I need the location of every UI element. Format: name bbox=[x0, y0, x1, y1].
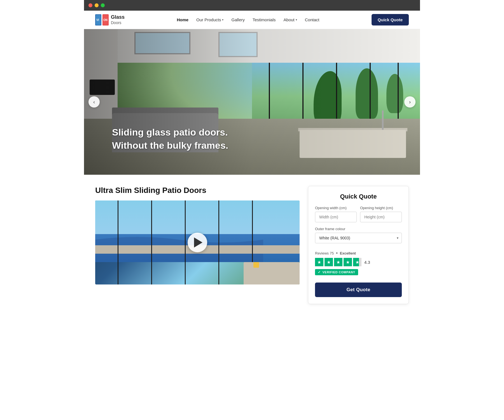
trustpilot-reviews-count: Reviews 75 bbox=[315, 251, 334, 255]
nav-item-products[interactable]: Our Products ▾ bbox=[196, 17, 223, 22]
logo[interactable]: VI ON Glass Doors bbox=[95, 14, 125, 25]
nav-item-gallery[interactable]: Gallery bbox=[231, 17, 245, 22]
nav-item-testimonials[interactable]: Testimonials bbox=[253, 17, 276, 22]
play-icon bbox=[194, 237, 202, 248]
nav-link-products[interactable]: Our Products bbox=[196, 17, 221, 22]
hero-section: Sliding glass patio doors. Without the b… bbox=[84, 29, 420, 175]
trustpilot-star-3: ★ bbox=[334, 258, 342, 266]
nav-link-testimonials[interactable]: Testimonials bbox=[253, 17, 276, 22]
nav-item-home[interactable]: Home bbox=[177, 17, 188, 22]
height-group: Opening height (cm) bbox=[360, 206, 402, 222]
trustpilot-star-2: ★ bbox=[325, 258, 333, 266]
hero-headline-line1: Sliding glass patio doors. bbox=[112, 127, 228, 137]
hero-overlay bbox=[84, 29, 420, 175]
hero-headline-line2: Without the bulky frames. bbox=[112, 140, 228, 151]
nav-link-home[interactable]: Home bbox=[177, 17, 188, 22]
trustpilot-dot: • bbox=[336, 251, 338, 256]
nav-link-about[interactable]: About bbox=[284, 17, 295, 22]
brand-sub: Doors bbox=[111, 20, 125, 25]
colour-select[interactable]: White (RAL 9003) Black (RAL 9005) Anthra… bbox=[315, 233, 402, 243]
height-label: Opening height (cm) bbox=[360, 206, 402, 210]
quick-quote-nav-button[interactable]: Quick Quote bbox=[372, 14, 409, 25]
vid-cushion bbox=[253, 262, 259, 268]
trustpilot-header: Reviews 75 • Excellent bbox=[315, 251, 402, 256]
video-thumbnail[interactable] bbox=[95, 200, 300, 284]
chevron-right-icon: › bbox=[409, 99, 411, 105]
left-column: Ultra Slim Sliding Patio Doors bbox=[95, 186, 300, 284]
dimensions-row: Opening width (cm) Opening height (cm) bbox=[315, 206, 402, 222]
trustpilot-excellent: Excellent bbox=[340, 251, 356, 255]
right-column: Quick Quote Opening width (cm) Opening h… bbox=[308, 186, 409, 304]
vid-frame-3 bbox=[185, 200, 186, 284]
nav-link-gallery[interactable]: Gallery bbox=[231, 17, 245, 22]
mac-close-button[interactable] bbox=[88, 3, 92, 7]
vid-frame-1 bbox=[118, 200, 118, 284]
trustpilot-verified-row: ✓ VERIFIED COMPANY bbox=[315, 269, 402, 275]
trustpilot-widget: Reviews 75 • Excellent ★ ★ ★ ★ ★ 4.3 ✓ V… bbox=[315, 248, 402, 278]
svg-text:VI: VI bbox=[96, 18, 99, 22]
width-group: Opening width (cm) bbox=[315, 206, 357, 222]
chevron-down-icon: ▾ bbox=[222, 18, 223, 21]
nav-item-contact[interactable]: Contact bbox=[305, 17, 319, 22]
hero-prev-button[interactable]: ‹ bbox=[88, 96, 100, 108]
trustpilot-stars: ★ ★ ★ ★ ★ 4.3 bbox=[315, 258, 402, 266]
logo-icon: VI ON bbox=[95, 14, 109, 25]
chevron-left-icon: ‹ bbox=[93, 99, 95, 105]
quote-card-title: Quick Quote bbox=[315, 193, 402, 200]
colour-group: Outer frame colour White (RAL 9003) Blac… bbox=[315, 227, 402, 243]
trustpilot-star-1: ★ bbox=[315, 258, 323, 266]
trustpilot-star-5: ★ bbox=[353, 258, 361, 266]
vid-frame-4 bbox=[218, 200, 219, 284]
trustpilot-score: 4.3 bbox=[364, 260, 370, 265]
verified-label: VERIFIED COMPANY bbox=[323, 270, 355, 274]
play-button[interactable] bbox=[188, 233, 207, 252]
hero-text: Sliding glass patio doors. Without the b… bbox=[112, 126, 228, 152]
colour-label: Outer frame colour bbox=[315, 227, 402, 231]
logo-text: Glass Doors bbox=[111, 14, 125, 25]
colour-select-wrapper: White (RAL 9003) Black (RAL 9005) Anthra… bbox=[315, 233, 402, 243]
nav-item-about[interactable]: About ▾ bbox=[284, 17, 297, 22]
section-title: Ultra Slim Sliding Patio Doors bbox=[95, 186, 300, 195]
width-label: Opening width (cm) bbox=[315, 206, 357, 210]
mac-titlebar bbox=[84, 0, 420, 11]
navbar: VI ON Glass Doors Home Our Products ▾ Ga… bbox=[84, 11, 420, 29]
hero-next-button[interactable]: › bbox=[404, 96, 416, 108]
trustpilot-star-4: ★ bbox=[344, 258, 352, 266]
mac-minimize-button[interactable] bbox=[95, 3, 99, 7]
nav-links: Home Our Products ▾ Gallery Testimonials… bbox=[177, 17, 319, 22]
height-input[interactable] bbox=[360, 212, 402, 222]
nav-link-contact[interactable]: Contact bbox=[305, 17, 319, 22]
width-input[interactable] bbox=[315, 212, 357, 222]
brand-name: Glass bbox=[111, 14, 125, 20]
get-quote-button[interactable]: Get Quote bbox=[315, 283, 402, 297]
vid-frame-2 bbox=[151, 200, 152, 284]
quote-card: Quick Quote Opening width (cm) Opening h… bbox=[308, 186, 409, 304]
main-content: Ultra Slim Sliding Patio Doors bbox=[84, 175, 420, 310]
checkmark-icon: ✓ bbox=[318, 270, 321, 274]
mac-maximize-button[interactable] bbox=[101, 3, 105, 7]
vid-sofa bbox=[244, 262, 300, 284]
chevron-down-icon-about: ▾ bbox=[296, 18, 297, 21]
svg-text:ON: ON bbox=[103, 18, 108, 22]
trustpilot-verified-badge: ✓ VERIFIED COMPANY bbox=[315, 269, 358, 275]
